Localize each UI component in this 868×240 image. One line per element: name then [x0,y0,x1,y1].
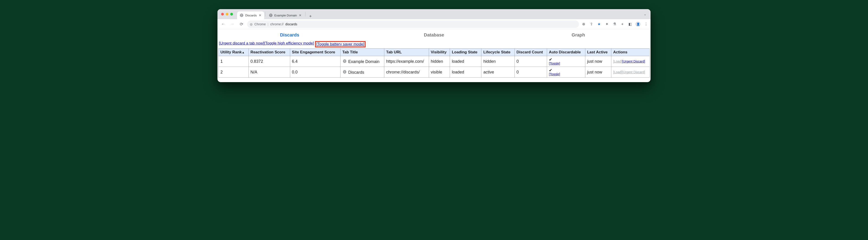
new-tab-button[interactable]: ＋ [307,13,314,19]
profile-avatar[interactable]: 👤 [636,22,641,27]
toolbar-actions: ⊕ ⇪ ★ ✦ ⚗ ⌖ ◧ 👤 ⋮ [581,22,648,27]
back-button[interactable]: ← [220,21,226,28]
col-lifecycle-state[interactable]: Lifecycle State [482,49,515,56]
reload-button[interactable]: ⟳ [238,21,245,28]
menu-icon[interactable]: ⋮ [644,22,648,26]
omnibox-url-prefix: chrome:// [270,22,283,26]
col-site-engagement-score[interactable]: Site Engagement Score [290,49,340,56]
col-tab-url[interactable]: Tab URL [384,49,429,56]
omnibox[interactable]: ◎ Chrome | chrome://discards [247,21,579,28]
table-row: 10.83726.4Example Domainhttps://example.… [219,56,650,67]
globe-icon [240,13,243,17]
page-tab-database[interactable]: Database [362,29,506,40]
discards-table: Utility Rank▲ Reactivation Score Site En… [218,48,650,78]
col-actions[interactable]: Actions [611,49,650,56]
omnibox-chip: Chrome [254,22,266,26]
chrome-icon: ◎ [250,22,253,26]
titlebar: Discards ✕ Example Domain ✕ ＋ ⌄ [217,9,651,19]
cell-visibility: visible [429,67,450,78]
window-controls [221,13,233,16]
check-icon: ✔ [549,58,583,62]
col-reactivation-score[interactable]: Reactivation Score [248,49,290,56]
cell-reactivation: 0.8372 [248,56,290,67]
browser-tab-title: Discards [245,14,257,17]
close-window-button[interactable] [221,13,224,16]
table-header-row: Utility Rank▲ Reactivation Score Site En… [219,49,650,56]
browser-tab-discards[interactable]: Discards ✕ [237,11,264,19]
browser-window: Discards ✕ Example Domain ✕ ＋ ⌄ ← → ⟳ ◎ … [217,9,651,82]
cell-discard-count: 0 [515,67,547,78]
cell-loading: loaded [450,56,482,67]
toggle-discardable-link[interactable]: [Toggle] [549,72,583,76]
action-links: [Urgent discard a tab now][Toggle high e… [217,40,651,48]
cell-url: https://example.com/ [384,56,429,67]
zoom-icon[interactable]: ⊕ [581,22,586,26]
col-auto-discardable[interactable]: Auto Discardable [547,49,585,56]
cell-lifecycle: active [482,67,515,78]
cell-loading: loaded [450,67,482,78]
sort-asc-icon: ▲ [242,51,245,54]
labs-icon[interactable]: ⚗ [612,22,617,26]
cell-rank: 1 [219,56,249,67]
col-loading-state[interactable]: Loading State [450,49,482,56]
titlebar-right: ⌄ [644,12,648,16]
col-last-active[interactable]: Last Active [585,49,611,56]
cell-url: chrome://discards/ [384,67,429,78]
cell-engagement: 6.4 [290,56,340,67]
col-label: Utility Rank [220,50,242,54]
chevron-down-icon[interactable]: ⌄ [644,12,646,16]
table-body: 10.83726.4Example Domainhttps://example.… [219,56,650,78]
page-tabs: Discards Database Graph [217,29,651,40]
omnibox-separator: | [268,22,269,26]
page-tab-discards[interactable]: Discards [217,29,362,40]
col-utility-rank[interactable]: Utility Rank▲ [219,49,249,56]
load-link-disabled: [Load] [613,60,622,63]
cell-engagement: 0.0 [290,67,340,78]
cell-actions: [Load][Urgent Discard] [611,67,650,78]
extensions-icon[interactable]: ✦ [604,22,609,26]
cell-actions: [Load][Urgent Discard] [611,56,650,67]
toggle-high-efficiency-link[interactable]: [Toggle high efficiency mode] [264,41,314,48]
minimize-window-button[interactable] [226,13,228,16]
browser-tab-title: Example Domain [274,14,297,17]
cell-title: Discards [340,67,384,78]
toggle-battery-saver-link[interactable]: [Toggle battery saver mode] [316,42,364,46]
globe-icon [342,59,347,63]
table-row: 2N/A0.0Discardschrome://discards/visible… [219,67,650,78]
cell-title: Example Domain [340,56,384,67]
toolbar: ← → ⟳ ◎ Chrome | chrome://discards ⊕ ⇪ ★… [217,19,651,29]
cell-rank: 2 [219,67,249,78]
globe-icon [342,69,347,74]
urgent-discard-row-link[interactable]: [Urgent Discard] [622,60,645,63]
load-link-disabled: [Load] [613,70,622,74]
close-tab-icon[interactable]: ✕ [259,13,261,17]
urgent-discard-row-link-disabled: [Urgent Discard] [622,70,645,74]
cell-last-active: just now [585,67,611,78]
cell-last-active: just now [585,56,611,67]
browser-tabs: Discards ✕ Example Domain ✕ ＋ [237,9,314,19]
col-tab-title[interactable]: Tab Title [340,49,384,56]
urgent-discard-link[interactable]: [Urgent discard a tab now] [219,41,264,48]
page-tab-graph[interactable]: Graph [506,29,651,40]
highlighted-link-box: [Toggle battery saver mode] [315,41,366,48]
browser-tab-example[interactable]: Example Domain ✕ [266,11,304,19]
cell-auto-discardable: ✔[Toggle] [547,56,585,67]
col-discard-count[interactable]: Discard Count [515,49,547,56]
toggle-discardable-link[interactable]: [Toggle] [549,62,583,65]
sidepanel-icon[interactable]: ◧ [628,22,632,26]
share-icon[interactable]: ⇪ [589,22,594,26]
cell-reactivation: N/A [248,67,290,78]
close-tab-icon[interactable]: ✕ [299,13,302,17]
omnibox-url-path: discards [285,22,297,26]
globe-icon [269,13,273,17]
cell-visibility: hidden [429,56,450,67]
maximize-window-button[interactable] [230,13,233,16]
star-icon[interactable]: ★ [597,22,601,26]
cast-icon[interactable]: ⌖ [620,22,625,26]
forward-button: → [229,21,236,28]
cell-lifecycle: hidden [482,56,515,67]
cell-discard-count: 0 [515,56,547,67]
check-icon: ✔ [549,68,583,72]
col-visibility[interactable]: Visibility [429,49,450,56]
cell-auto-discardable: ✔[Toggle] [547,67,585,78]
